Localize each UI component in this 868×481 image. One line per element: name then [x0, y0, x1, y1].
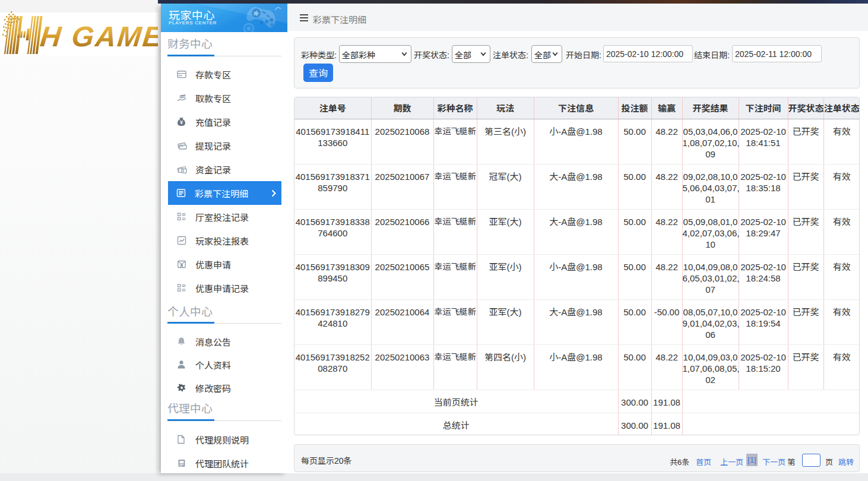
- svg-text:¥: ¥: [180, 119, 183, 125]
- svg-text:H GAME: H GAME: [39, 21, 158, 53]
